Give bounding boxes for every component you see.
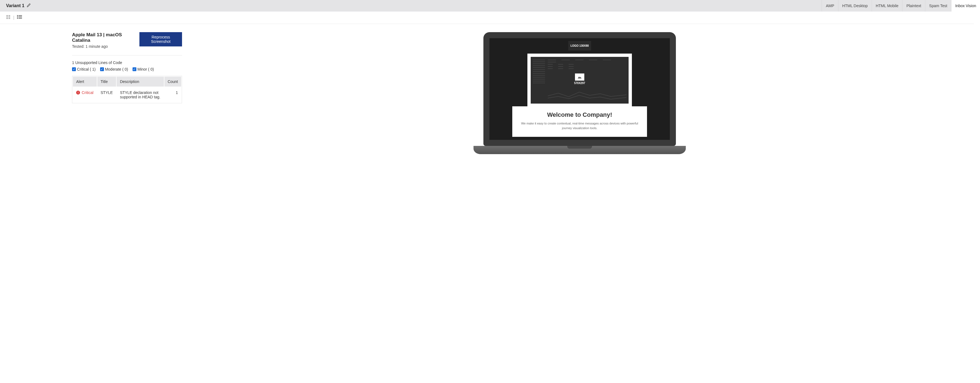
checkbox-icon: ✓ [72,67,76,71]
filter-moderate[interactable]: ✓ Moderate ( 0) [100,67,128,71]
issues-table: Alert Title Description Count ! Critical… [72,76,182,103]
preview-tabs: AMP HTML Desktop HTML Mobile Plaintext S… [822,0,980,11]
divider [72,55,182,55]
filter-label: Minor ( 0) [137,67,154,71]
col-count: Count [164,77,181,87]
tab-spam-test[interactable]: Spam Test [925,0,951,11]
welcome-title: Welcome to Company! [518,111,641,119]
svg-rect-6 [17,16,18,17]
client-name: Apple Mail 13 | macOS Catalina [72,32,134,43]
issue-filters: ✓ Critical ( 1) ✓ Moderate ( 0) ✓ Minor … [72,67,182,71]
svg-rect-5 [18,15,22,16]
variant-name: Variant 1 [6,3,24,8]
reprocess-button[interactable]: Reprocess Screenshot [139,32,182,46]
tab-label: HTML Mobile [876,3,899,8]
hero-panel: 570X297 [527,54,632,107]
mock-sidebar [533,60,545,85]
filter-minor[interactable]: ✓ Minor ( 0) [132,67,154,71]
checkbox-icon: ✓ [100,67,104,71]
laptop-body: LOGO 130X80 [484,32,676,146]
welcome-band: Welcome to Company! We make it easy to c… [512,106,647,137]
laptop-screen: LOGO 130X80 [490,38,670,140]
description-cell: STYLE declaration not supported in HEAD … [116,87,164,103]
tab-label: AMP [826,3,834,8]
tested-timestamp: Tested: 1 minute ago [72,44,134,49]
svg-rect-3 [8,17,10,19]
svg-rect-9 [18,18,22,19]
svg-rect-2 [6,17,8,19]
svg-rect-4 [17,15,18,16]
image-dim-label: 570X297 [574,82,585,85]
checkbox-icon: ✓ [132,67,137,71]
count-cell: 1 [164,87,181,103]
variant-title: Variant 1 [6,0,31,11]
tab-label: Inbox Vision [955,3,976,8]
alert-label: Critical [82,90,94,95]
view-separator: | [13,15,14,20]
main-content: Apple Mail 13 | macOS Catalina Tested: 1… [0,24,980,162]
col-title: Title [97,77,116,87]
tab-html-mobile[interactable]: HTML Mobile [872,0,902,11]
col-alert: Alert [73,77,97,87]
preview-panel: LOGO 130X80 [196,32,964,154]
welcome-subtitle: We make it easy to create contextual, re… [518,121,641,130]
svg-rect-0 [6,15,8,17]
grid-view-icon[interactable] [6,15,10,21]
filter-label: Moderate ( 0) [105,67,128,71]
details-panel: Apple Mail 13 | macOS Catalina Tested: 1… [72,32,182,103]
tab-label: Spam Test [929,3,947,8]
image-placeholder: 570X297 [574,73,585,85]
tab-amp[interactable]: AMP [822,0,838,11]
table-row: ! Critical STYLE STYLE declaration not s… [73,87,181,103]
image-icon [575,73,584,81]
critical-icon: ! [76,91,80,95]
col-description: Description [116,77,164,87]
edit-icon[interactable] [27,3,31,8]
alert-cell: ! Critical [76,90,94,95]
laptop-mock: LOGO 130X80 [484,32,676,154]
svg-rect-1 [8,15,10,17]
tab-html-desktop[interactable]: HTML Desktop [838,0,872,11]
mock-content [548,60,627,71]
tab-plaintext[interactable]: Plaintext [902,0,925,11]
tab-label: Plaintext [906,3,921,8]
logo-placeholder: LOGO 130X80 [568,41,591,51]
view-toggle-row: | [0,11,974,24]
svg-rect-8 [17,18,18,19]
top-bar: Variant 1 AMP HTML Desktop HTML Mobile P… [0,0,980,11]
mock-chart [548,90,627,101]
client-header: Apple Mail 13 | macOS Catalina Tested: 1… [72,32,182,49]
svg-marker-10 [578,76,582,78]
hero-inner: 570X297 [531,57,628,104]
list-view-icon[interactable] [17,15,22,21]
tab-inbox-vision[interactable]: Inbox Vision [951,0,980,11]
filter-label: Critical ( 1) [77,67,96,71]
filter-critical[interactable]: ✓ Critical ( 1) [72,67,96,71]
svg-rect-7 [18,17,22,17]
tab-label: HTML Desktop [842,3,868,8]
issues-summary: 1 Unsupported Lines of Code [72,60,182,65]
laptop-base [474,146,686,154]
title-cell: STYLE [97,87,116,103]
